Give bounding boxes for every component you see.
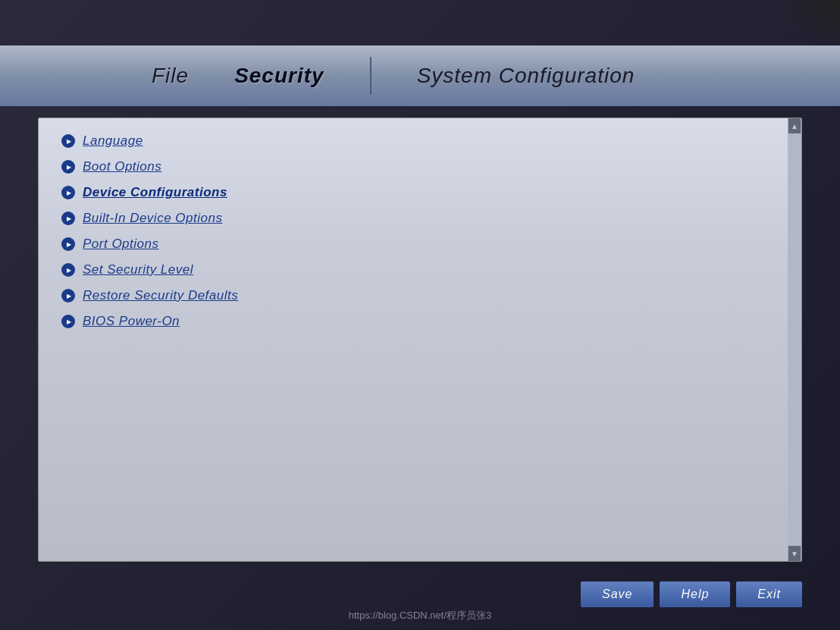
arrow-icon-port-options (61, 237, 75, 251)
menu-link-device-configurations[interactable]: Device Configurations (83, 185, 227, 200)
save-button[interactable]: Save (581, 581, 654, 607)
arrow-icon-set-security-level (61, 263, 75, 277)
menu-bar: File Security System Configuration (0, 45, 840, 106)
list-item-bios-power-on[interactable]: BIOS Power-On (61, 314, 779, 329)
menu-link-set-security-level[interactable]: Set Security Level (83, 262, 193, 277)
scroll-track (788, 133, 801, 546)
menu-link-language[interactable]: Language (83, 133, 143, 149)
list-item-device-configurations[interactable]: Device Configurations (61, 185, 779, 200)
arrow-icon-builtin-device-options (61, 212, 75, 225)
arrow-icon-boot-options (61, 160, 75, 174)
menu-list: Language Boot Options Device Configurati… (39, 118, 801, 355)
list-item-port-options[interactable]: Port Options (61, 237, 779, 252)
scroll-up-button[interactable]: ▲ (788, 118, 801, 133)
menu-item-security[interactable]: Security (234, 64, 324, 88)
exit-button[interactable]: Exit (736, 581, 802, 607)
list-item-set-security-level[interactable]: Set Security Level (61, 262, 779, 277)
panel-scrollbar: ▲ ▼ (788, 118, 801, 561)
content-panel: Language Boot Options Device Configurati… (38, 118, 802, 562)
arrow-icon-restore-security-defaults (61, 289, 75, 302)
list-item-builtin-device-options[interactable]: Built-In Device Options (61, 211, 779, 226)
bios-screen: File Security System Configuration Langu… (0, 0, 840, 630)
menu-link-port-options[interactable]: Port Options (83, 237, 159, 252)
menu-link-builtin-device-options[interactable]: Built-In Device Options (83, 211, 222, 226)
corner-artifact (779, 0, 840, 45)
arrow-icon-language (61, 134, 75, 148)
menu-item-system-configuration[interactable]: System Configuration (417, 64, 635, 88)
menu-divider (370, 57, 371, 95)
arrow-icon-bios-power-on (61, 315, 75, 328)
menu-link-boot-options[interactable]: Boot Options (83, 159, 161, 174)
watermark: https://blog.CSDN.net/程序员张3 (0, 609, 840, 622)
menu-link-restore-security-defaults[interactable]: Restore Security Defaults (83, 288, 238, 303)
menu-item-file[interactable]: File (152, 64, 189, 88)
menu-link-bios-power-on[interactable]: BIOS Power-On (83, 314, 180, 329)
help-button[interactable]: Help (660, 581, 730, 607)
arrow-icon-device-configurations (61, 186, 75, 199)
scroll-down-button[interactable]: ▼ (788, 546, 801, 561)
list-item-restore-security-defaults[interactable]: Restore Security Defaults (61, 288, 779, 303)
list-item-language[interactable]: Language (61, 133, 779, 149)
button-bar: Save Help Exit (581, 581, 802, 607)
list-item-boot-options[interactable]: Boot Options (61, 159, 779, 174)
